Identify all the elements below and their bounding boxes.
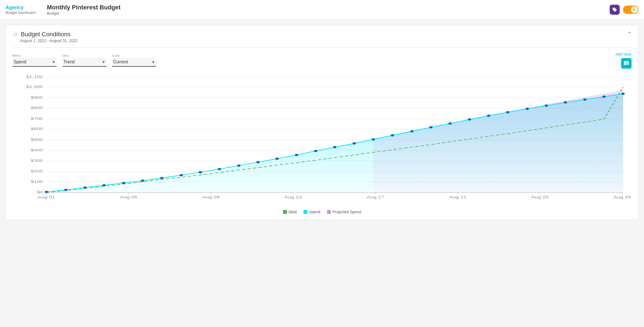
- spend-dot: [199, 171, 202, 173]
- spend-dot: [564, 101, 567, 103]
- spend-dot: [545, 105, 548, 107]
- spend-dot: [275, 158, 279, 160]
- page-title-block: Monthly Pinterest Budget Budget: [47, 4, 120, 15]
- projected-area: [373, 90, 623, 192]
- spend-dot: [256, 161, 259, 163]
- spend-dot: [448, 122, 452, 124]
- view-dropdown-group: View Trend ▼: [62, 54, 107, 67]
- budget-date-range: August 1, 2022 - August 31, 2022: [20, 38, 78, 43]
- add-note-section: Add Note: [616, 52, 632, 69]
- view-dropdown[interactable]: Trend ▼: [62, 58, 107, 67]
- spend-dot: [333, 146, 336, 148]
- app-header: Agency Budget Dashboard Monthly Pinteres…: [0, 0, 644, 19]
- svg-text:Aug 09: Aug 09: [202, 195, 220, 199]
- spend-dot: [583, 98, 586, 101]
- svg-text:$200: $200: [31, 169, 43, 173]
- svg-text:$1,000: $1,000: [26, 85, 43, 89]
- svg-text:$700: $700: [31, 116, 43, 121]
- page-title: Monthly Pinterest Budget: [47, 4, 120, 11]
- main-content: Budget Conditions August 1, 2022 - Augus…: [0, 19, 644, 225]
- spend-dot: [602, 95, 606, 98]
- tag-icon[interactable]: [610, 5, 620, 15]
- spend-dot: [621, 93, 625, 95]
- spend-dot: [64, 189, 67, 191]
- legend-projected: Projected Spend: [327, 210, 361, 214]
- budget-title-row: Budget Conditions: [12, 31, 78, 38]
- spend-legend-label: Spend: [309, 210, 320, 214]
- budget-icon: [12, 31, 19, 37]
- budget-conditions-title: Budget Conditions: [21, 31, 71, 38]
- collapse-button[interactable]: ⌃: [627, 31, 632, 37]
- svg-text:Aug 21: Aug 21: [449, 195, 466, 199]
- header-icons: [610, 5, 638, 15]
- spend-dot: [102, 184, 106, 186]
- svg-text:$500: $500: [31, 137, 43, 142]
- ideal-legend-color: [283, 210, 287, 214]
- spend-dot: [83, 186, 87, 189]
- chart-legend: Ideal Spend Projected Spend: [12, 210, 632, 214]
- metric-dropdown-arrow: ▼: [52, 60, 56, 64]
- projected-legend-label: Projected Spend: [333, 210, 361, 214]
- cycle-dropdown[interactable]: Current ▼: [112, 58, 156, 67]
- add-note-icon: [624, 61, 629, 66]
- spend-dot: [391, 134, 394, 136]
- budget-conditions-header: Budget Conditions August 1, 2022 - Augus…: [12, 31, 632, 43]
- theme-toggle[interactable]: [623, 6, 638, 14]
- spend-dot: [180, 174, 183, 176]
- metric-value: Spend: [14, 59, 26, 64]
- svg-line-8: [17, 32, 17, 33]
- add-note-button[interactable]: [621, 58, 632, 69]
- svg-text:$1,100: $1,100: [26, 75, 43, 79]
- svg-text:Aug 01: Aug 01: [38, 195, 55, 199]
- spend-dot: [314, 150, 317, 152]
- spend-dot: [506, 111, 509, 113]
- add-note-label[interactable]: Add Note: [616, 52, 632, 56]
- view-dropdown-arrow: ▼: [102, 60, 105, 64]
- spend-dot: [526, 108, 529, 110]
- legend-spend: Spend: [303, 210, 320, 214]
- budget-chart: $0 $100 $200 $300 $400 $500 $600 $700 $8…: [12, 74, 632, 207]
- header-divider: [41, 4, 41, 15]
- svg-line-7: [14, 36, 14, 36]
- svg-text:Aug 05: Aug 05: [120, 195, 137, 199]
- page-subtitle: Budget: [47, 11, 120, 15]
- svg-line-3: [14, 32, 14, 33]
- spend-dot: [352, 142, 356, 144]
- spend-dot: [122, 182, 125, 184]
- spend-dot: [487, 115, 490, 117]
- svg-text:Aug 25: Aug 25: [531, 195, 549, 199]
- metric-label: Metric: [12, 54, 57, 57]
- spend-dot: [45, 191, 48, 193]
- breadcrumb: Budget Dashboard: [6, 11, 35, 15]
- spend-dot: [410, 130, 414, 132]
- svg-text:$300: $300: [31, 159, 43, 163]
- view-value: Trend: [63, 59, 75, 64]
- svg-text:$400: $400: [31, 148, 43, 152]
- chart-container: $0 $100 $200 $300 $400 $500 $600 $700 $8…: [12, 74, 632, 207]
- svg-text:$100: $100: [31, 180, 43, 184]
- cycle-dropdown-group: Cycle Current ▼: [112, 54, 156, 67]
- cycle-value: Current: [113, 59, 128, 64]
- svg-text:$900: $900: [31, 95, 43, 100]
- spend-dot: [160, 177, 163, 179]
- toggle-knob: [631, 6, 638, 13]
- spend-dot: [295, 154, 298, 156]
- spend-dot: [237, 165, 240, 167]
- svg-text:Aug 13: Aug 13: [284, 195, 302, 199]
- metric-dropdown-group: Metric Spend ▼: [12, 54, 57, 67]
- svg-text:Aug 17: Aug 17: [367, 195, 384, 199]
- metric-dropdown[interactable]: Spend ▼: [12, 58, 57, 67]
- spend-dot: [218, 168, 221, 170]
- agency-block: Agency Budget Dashboard: [6, 5, 35, 15]
- spend-dot: [372, 138, 375, 141]
- view-label: View: [62, 54, 107, 57]
- spend-dot: [429, 126, 433, 128]
- section-divider: [12, 47, 632, 48]
- ideal-legend-label: Ideal: [289, 210, 297, 214]
- svg-text:$600: $600: [31, 127, 43, 131]
- controls-row: Metric Spend ▼ View Trend ▼ Cycle Curren…: [12, 52, 632, 69]
- svg-text:$0: $0: [37, 190, 43, 194]
- legend-ideal: Ideal: [283, 210, 297, 214]
- svg-line-4: [17, 36, 17, 36]
- agency-name[interactable]: Agency: [6, 5, 35, 11]
